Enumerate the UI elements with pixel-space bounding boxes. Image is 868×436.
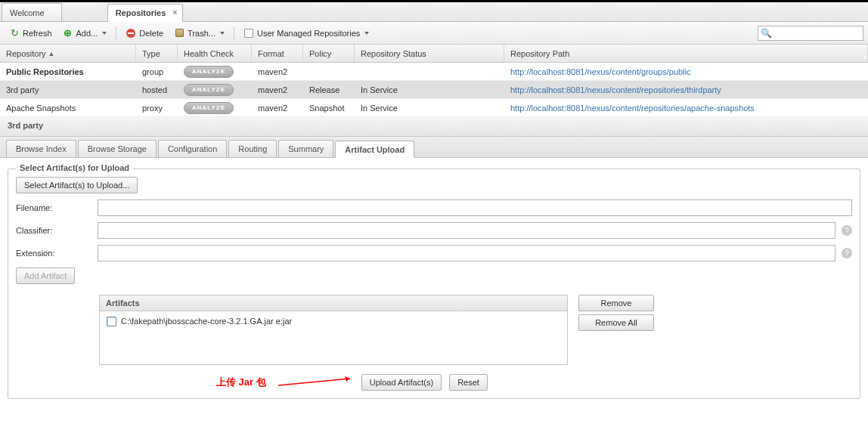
cell-repository: Apache Snapshots [0,100,136,116]
cell-format: maven2 [252,64,303,79]
col-label: Format [258,49,284,58]
cell-type: hosted [136,82,178,97]
detail-title-label: 3rd party [8,121,43,130]
classifier-input[interactable] [98,222,835,239]
reset-button[interactable]: Reset [449,374,488,391]
svg-line-0 [278,379,350,385]
col-policy[interactable]: Policy [303,45,355,62]
refresh-button[interactable]: ↻ Refresh [5,26,57,41]
user-icon [243,28,254,39]
analyze-button[interactable]: ANALYZE [184,66,234,78]
col-label: Repository [6,49,46,58]
tab-artifact-upload[interactable]: Artifact Upload [335,141,414,158]
tab-label: Browse Storage [88,144,147,153]
tab-welcome[interactable]: Welcome [2,3,62,21]
add-artifact-button: Add Artifact [16,267,75,284]
search-wrap: 🔍 [758,26,863,41]
filename-label: Filename: [16,203,91,212]
col-status[interactable]: Repository Status [355,45,504,62]
cell-format: maven2 [252,82,303,97]
artifact-filename: C:\fakepath\jbosscache-core-3.2.1.GA.jar… [121,317,292,326]
sort-asc-icon: ▲ [48,50,55,57]
cell-repository: 3rd party [0,82,136,97]
tab-routing[interactable]: Routing [228,140,277,157]
artifact-buttons: Remove Remove All [578,295,654,365]
col-format[interactable]: Format [252,45,303,62]
cell-path[interactable]: http://localhost:8081/nexus/content/repo… [504,100,868,116]
chevron-down-icon [220,32,225,35]
help-icon[interactable]: ? [842,248,852,258]
tab-summary[interactable]: Summary [278,140,333,157]
chevron-down-icon [102,32,107,35]
cell-path[interactable]: http://localhost:8081/nexus/content/grou… [504,64,868,79]
artifact-item[interactable]: C:\fakepath\jbosscache-core-3.2.1.GA.jar… [106,316,561,326]
chevron-down-icon [364,32,369,35]
action-row: 上传 Jar 包 Upload Artifact(s) Reset [16,374,852,391]
artifacts-body: C:\fakepath\jbosscache-core-3.2.1.GA.jar… [100,311,567,364]
cell-health: ANALYZE [178,99,252,117]
trash-button[interactable]: Trash... [169,26,229,41]
delete-icon [126,28,136,39]
separator [116,26,116,40]
col-health[interactable]: Health Check [178,45,252,62]
col-label: Repository Status [361,49,426,58]
col-path[interactable]: Repository Path [504,45,868,62]
arrow-icon [278,382,354,383]
tab-label: Welcome [10,8,45,17]
tab-configuration[interactable]: Configuration [158,140,227,157]
cell-repository: Public Repositories [0,64,136,79]
col-label: Policy [309,49,331,58]
trash-icon [174,28,184,39]
col-repository[interactable]: Repository ▲ [0,45,136,62]
refresh-icon: ↻ [9,28,20,39]
tab-label: Repositories [116,8,166,17]
tab-label: Artifact Upload [345,145,405,154]
user-managed-button[interactable]: User Managed Repositories [239,26,374,41]
cell-policy [303,69,355,75]
tab-repositories[interactable]: Repositories × [107,4,184,22]
main-tabstrip: Welcome Repositories × [0,2,868,22]
search-icon: 🔍 [761,28,772,39]
refresh-label: Refresh [23,29,52,38]
file-icon [106,316,116,326]
tab-label: Routing [238,144,267,153]
table-row[interactable]: 3rd party hosted ANALYZE maven2 Release … [0,81,868,99]
search-input[interactable] [758,26,863,41]
tab-label: Configuration [168,144,217,153]
remove-button[interactable]: Remove [578,295,654,311]
col-label: Repository Path [510,49,569,58]
filename-input[interactable] [98,199,852,216]
extension-input[interactable] [98,245,835,261]
cell-status: In Service [355,100,504,116]
close-icon[interactable]: × [170,8,179,17]
artifacts-panel: Artifacts C:\fakepath\jbosscache-core-3.… [99,295,568,365]
cell-health: ANALYZE [178,63,252,81]
trash-label: Trash... [188,29,215,38]
col-type[interactable]: Type [136,45,178,62]
select-artifacts-button[interactable]: Select Artifact(s) to Upload... [16,177,138,193]
analyze-button[interactable]: ANALYZE [184,84,234,96]
tab-browse-storage[interactable]: Browse Storage [78,140,157,157]
cell-policy: Snapshot [303,100,355,116]
user-managed-label: User Managed Repositories [257,29,360,38]
table-row[interactable]: Public Repositories group ANALYZE maven2… [0,63,868,81]
help-icon[interactable]: ? [842,225,852,236]
table-row[interactable]: Apache Snapshots proxy ANALYZE maven2 Sn… [0,99,868,117]
separator [234,26,234,40]
upload-artifacts-button[interactable]: Upload Artifact(s) [361,374,442,391]
cell-health: ANALYZE [178,81,252,99]
remove-all-button[interactable]: Remove All [578,314,654,331]
add-button[interactable]: ⊕ Add... [58,26,112,41]
col-label: Health Check [184,49,234,58]
cell-path[interactable]: http://localhost:8081/nexus/content/repo… [504,82,868,97]
cell-status [355,69,504,75]
cell-type: proxy [136,100,178,116]
add-icon: ⊕ [63,28,73,39]
tab-browse-index[interactable]: Browse Index [6,140,76,157]
cell-type: group [136,64,178,79]
analyze-button[interactable]: ANALYZE [184,102,234,114]
tab-label: Browse Index [16,144,67,153]
tab-label: Summary [288,144,324,153]
artifacts-header: Artifacts [100,295,567,311]
delete-button[interactable]: Delete [121,26,168,41]
